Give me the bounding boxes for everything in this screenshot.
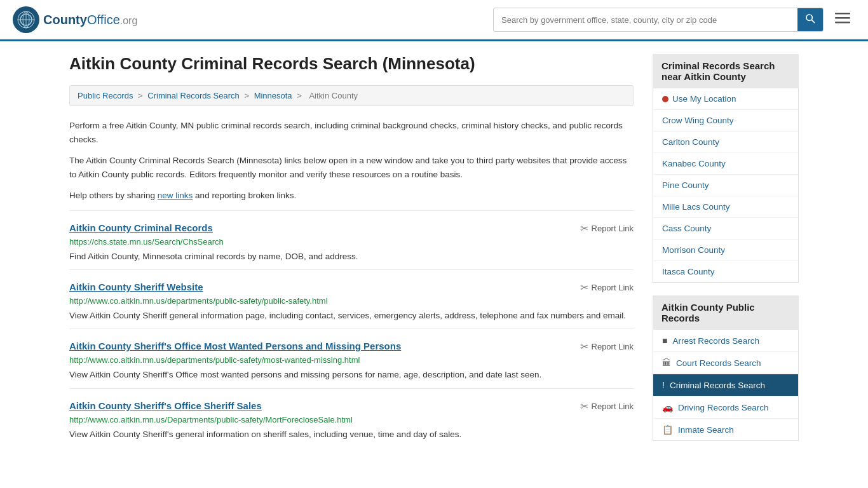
- breadcrumb-sep-2: >: [244, 91, 251, 100]
- list-item[interactable]: Kanabec County: [653, 153, 798, 175]
- report-label-2: Report Link: [592, 283, 634, 292]
- crow-wing-link[interactable]: Crow Wing County: [662, 116, 734, 125]
- svg-rect-9: [835, 22, 850, 24]
- breadcrumb-sep-1: >: [138, 91, 145, 100]
- morrison-link[interactable]: Morrison County: [662, 245, 725, 255]
- driving-icon: 🚗: [662, 402, 673, 412]
- logo-area[interactable]: CountyOffice.org: [13, 6, 137, 33]
- public-records-header: Aitkin County Public Records: [653, 295, 799, 330]
- breadcrumb-aitkin: Aitkin County: [309, 91, 358, 100]
- report-link-1[interactable]: ✂ Report Link: [580, 222, 634, 234]
- location-dot-icon: [662, 96, 668, 102]
- search-button[interactable]: [797, 8, 823, 31]
- breadcrumb-public-records[interactable]: Public Records: [78, 91, 133, 100]
- criminal-records-label: Criminal Records Search: [670, 381, 765, 390]
- arrest-icon: ■: [662, 336, 667, 346]
- svg-rect-7: [835, 13, 850, 15]
- svg-rect-8: [835, 17, 850, 19]
- result-title-1[interactable]: Aitkin County Criminal Records: [69, 222, 213, 233]
- nearby-list: Use My Location Crow Wing County Carlton…: [653, 88, 799, 283]
- search-input[interactable]: [494, 10, 797, 30]
- list-item[interactable]: Crow Wing County: [653, 110, 798, 132]
- court-icon: 🏛: [662, 358, 671, 368]
- court-records-link[interactable]: Court Records Search: [676, 358, 761, 368]
- breadcrumb-minnesota[interactable]: Minnesota: [254, 91, 292, 100]
- public-records-section: Aitkin County Public Records ■ Arrest Re…: [653, 295, 799, 441]
- site-header: CountyOffice.org: [0, 0, 868, 41]
- list-item[interactable]: Carlton County: [653, 132, 798, 153]
- report-link-2[interactable]: ✂ Report Link: [580, 281, 634, 294]
- result-url-4: http://www.co.aitkin.mn.us/Departments/p…: [69, 415, 634, 424]
- content-area: Aitkin County Criminal Records Search (M…: [69, 54, 634, 454]
- public-records-list: ■ Arrest Records Search 🏛 Court Records …: [653, 330, 799, 441]
- list-item[interactable]: Cass County: [653, 218, 798, 240]
- report-icon-1: ✂: [580, 222, 588, 234]
- search-bar[interactable]: [493, 8, 824, 32]
- intro3-pre: Help others by sharing: [69, 191, 158, 200]
- sidebar: Criminal Records Search near Aitkin Coun…: [653, 54, 799, 454]
- inmate-search-link[interactable]: Inmate Search: [678, 425, 734, 435]
- carlton-link[interactable]: Carlton County: [662, 137, 719, 147]
- arrest-records-item[interactable]: ■ Arrest Records Search: [653, 330, 798, 352]
- report-label-3: Report Link: [592, 342, 634, 351]
- result-desc-2: View Aitkin County Sheriff general infor…: [69, 309, 634, 322]
- list-item[interactable]: Morrison County: [653, 240, 798, 261]
- result-header: Aitkin County Criminal Records ✂ Report …: [69, 222, 634, 234]
- result-item: Aitkin County Sheriff's Office Most Want…: [69, 329, 634, 388]
- menu-button[interactable]: [830, 8, 855, 32]
- result-header: Aitkin County Sheriff's Office Most Want…: [69, 341, 634, 353]
- list-item[interactable]: Itasca County: [653, 261, 798, 282]
- driving-records-item[interactable]: 🚗 Driving Records Search: [653, 396, 798, 419]
- intro3-post: and reporting broken links.: [193, 191, 296, 200]
- result-title-3[interactable]: Aitkin County Sheriff's Office Most Want…: [69, 341, 401, 351]
- inmate-icon: 📋: [662, 424, 673, 435]
- court-records-item[interactable]: 🏛 Court Records Search: [653, 352, 798, 374]
- main-wrapper: Aitkin County Criminal Records Search (M…: [59, 41, 809, 466]
- svg-line-6: [811, 20, 814, 22]
- inmate-search-item[interactable]: 📋 Inmate Search: [653, 419, 798, 440]
- breadcrumb-criminal-records[interactable]: Criminal Records Search: [147, 91, 240, 100]
- driving-records-link[interactable]: Driving Records Search: [678, 403, 769, 412]
- pine-link[interactable]: Pine County: [662, 180, 709, 190]
- use-location-item[interactable]: Use My Location: [653, 88, 798, 110]
- arrest-records-link[interactable]: Arrest Records Search: [672, 336, 759, 346]
- use-location-link[interactable]: Use My Location: [672, 94, 736, 104]
- page-title: Aitkin County Criminal Records Search (M…: [69, 54, 634, 74]
- mille-lacs-link[interactable]: Mille Lacs County: [662, 202, 730, 212]
- result-title-4[interactable]: Aitkin County Sheriff's Office Sheriff S…: [69, 400, 262, 411]
- result-title-2[interactable]: Aitkin County Sheriff Website: [69, 281, 203, 292]
- report-link-3[interactable]: ✂ Report Link: [580, 341, 634, 353]
- result-url-2: http://www.co.aitkin.mn.us/departments/p…: [69, 296, 634, 306]
- result-item: Aitkin County Sheriff's Office Sheriff S…: [69, 388, 634, 447]
- cass-link[interactable]: Cass County: [662, 224, 711, 233]
- report-icon-3: ✂: [580, 341, 588, 353]
- result-url-1: https://chs.state.mn.us/Search/ChsSearch: [69, 237, 634, 247]
- criminal-icon: !: [662, 380, 665, 390]
- nearby-section: Criminal Records Search near Aitkin Coun…: [653, 54, 799, 283]
- kanabec-link[interactable]: Kanabec County: [662, 159, 726, 168]
- intro-paragraph-2: The Aitkin County Criminal Records Searc…: [69, 154, 634, 181]
- result-desc-4: View Aitkin County Sheriff's general inf…: [69, 428, 634, 441]
- result-desc-1: Find Aitkin County, Minnesota criminal r…: [69, 250, 634, 263]
- report-link-4[interactable]: ✂ Report Link: [580, 400, 634, 412]
- intro-paragraph-3: Help others by sharing new links and rep…: [69, 189, 634, 203]
- header-right: [493, 8, 855, 32]
- nearby-header: Criminal Records Search near Aitkin Coun…: [653, 54, 799, 88]
- report-icon-4: ✂: [580, 400, 588, 412]
- result-header: Aitkin County Sheriff's Office Sheriff S…: [69, 400, 634, 412]
- logo-icon: [13, 6, 39, 33]
- result-url-3: http://www.co.aitkin.mn.us/departments/p…: [69, 355, 634, 365]
- breadcrumb: Public Records > Criminal Records Search…: [69, 85, 634, 106]
- intro-paragraph-1: Perform a free Aitkin County, MN public …: [69, 119, 634, 146]
- result-item: Aitkin County Sheriff Website ✂ Report L…: [69, 269, 634, 329]
- new-links-link[interactable]: new links: [158, 191, 193, 200]
- itasca-link[interactable]: Itasca County: [662, 267, 715, 276]
- criminal-records-item[interactable]: ! Criminal Records Search: [653, 374, 798, 396]
- result-header: Aitkin County Sheriff Website ✂ Report L…: [69, 281, 634, 294]
- list-item[interactable]: Pine County: [653, 175, 798, 196]
- report-label-4: Report Link: [592, 402, 634, 411]
- result-desc-3: View Aitkin County Sheriff's Office most…: [69, 369, 634, 381]
- logo-text: CountyOffice.org: [43, 13, 137, 27]
- list-item[interactable]: Mille Lacs County: [653, 196, 798, 218]
- report-label-1: Report Link: [592, 224, 634, 233]
